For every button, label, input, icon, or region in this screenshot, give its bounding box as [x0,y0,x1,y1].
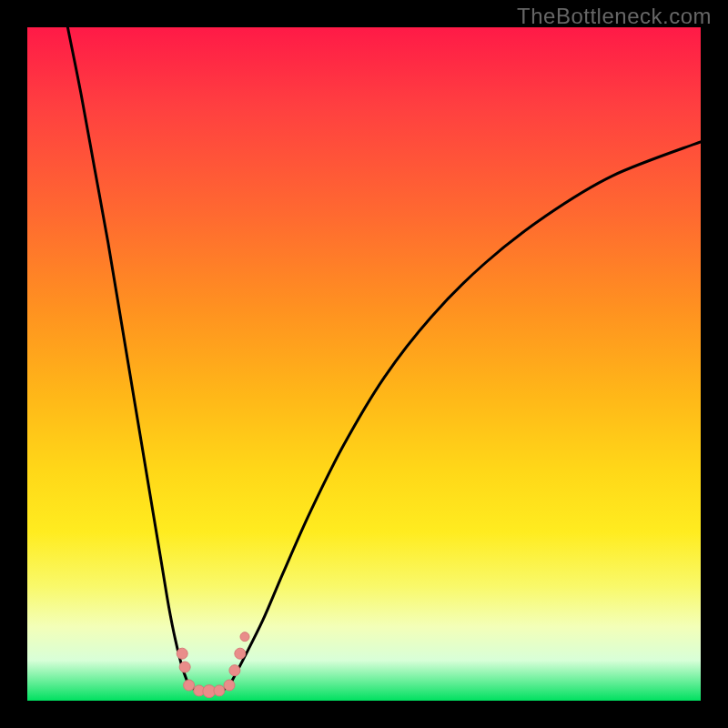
marker-floor-3 [214,685,225,696]
marker-right-cluster-lower [224,680,235,691]
marker-left-cluster-lower [184,680,195,691]
curve-left-branch [67,27,188,686]
marker-group [177,632,249,698]
marker-right-cluster-top [240,632,249,642]
chart-frame: TheBottleneck.com [0,0,728,728]
watermark-text: TheBottleneck.com [517,4,712,29]
curve-right-branch [229,142,701,686]
marker-left-cluster-upper2 [179,662,190,672]
plot-area [27,27,701,701]
marker-right-cluster-mid [229,665,240,676]
marker-right-cluster-upper [235,648,246,659]
curve-svg [27,27,701,701]
marker-left-cluster-upper [177,648,187,659]
